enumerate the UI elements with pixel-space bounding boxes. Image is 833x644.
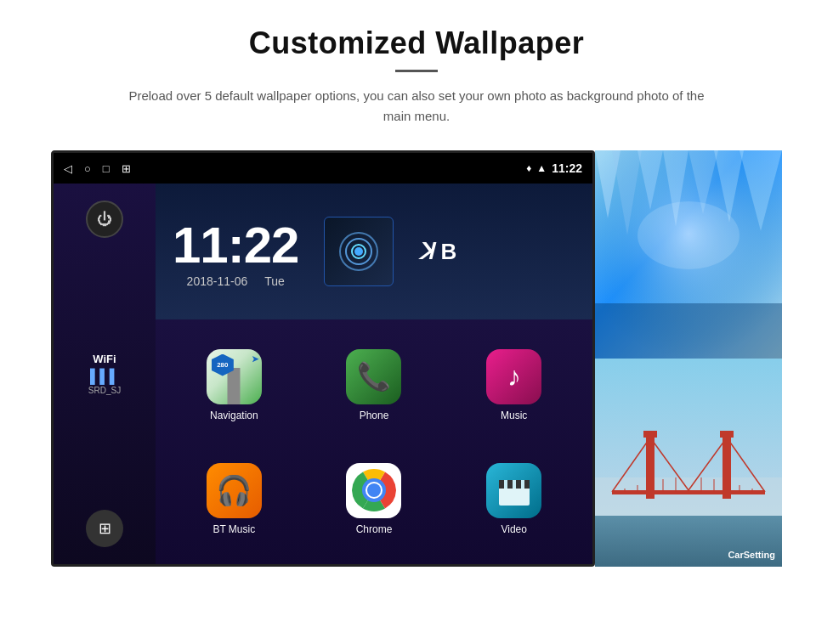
svg-rect-26	[722, 435, 731, 499]
svg-point-20	[638, 201, 740, 269]
apps-grid-button[interactable]: ⊞	[86, 510, 123, 547]
signal-rings	[337, 230, 380, 273]
ice-svg	[595, 150, 782, 359]
screen-content: 11:22 2018-11-06 Tue	[156, 184, 592, 564]
clock-section: 11:22 2018-11-06 Tue	[156, 184, 592, 319]
clock-day-value: Tue	[264, 274, 285, 288]
video-label: Video	[501, 523, 526, 535]
svg-rect-9	[524, 480, 530, 489]
page-subtitle: Preload over 5 default wallpaper options…	[128, 86, 706, 127]
app-navigation[interactable]: 280 ➤ Navigation	[164, 328, 304, 442]
svg-rect-27	[643, 431, 657, 438]
status-bar: ◁ ○ □ ⊞ ♦ ▲ 11:22	[54, 153, 592, 184]
status-bar-left: ◁ ○ □ ⊞	[64, 162, 131, 175]
clock-datetime: 11:22 2018-11-06 Tue	[173, 216, 298, 288]
app-icons-area: 280 ➤ Navigation 📞 Phone	[156, 319, 592, 564]
app-music[interactable]: ♪ Music	[444, 328, 584, 442]
page-title: Customized Wallpaper	[249, 25, 585, 61]
music-icon: ♪	[486, 349, 541, 404]
wallpaper-thumbnails: CarSetting	[595, 150, 782, 567]
android-screen: ◁ ○ □ ⊞ ♦ ▲ 11:22 ⏻	[51, 150, 595, 567]
grid-icon: ⊞	[99, 519, 111, 538]
bt-glyph: 🎧	[216, 473, 252, 507]
screenshot-icon[interactable]: ⊞	[122, 162, 131, 175]
wifi-label: WiFi	[88, 353, 121, 365]
music-glyph: ♪	[507, 361, 521, 393]
wallpaper-bridge: CarSetting	[595, 359, 782, 567]
main-area: ⏻ WiFi ▌▌▌ SRD_SJ ⊞	[54, 184, 592, 564]
phone-icon: 📞	[346, 349, 401, 404]
status-time: 11:22	[552, 161, 582, 175]
wallpaper-ice	[595, 150, 782, 359]
clock-date-value: 2018-11-06	[187, 274, 248, 288]
wifi-ssid: SRD_SJ	[88, 386, 121, 395]
app-phone[interactable]: 📞 Phone	[304, 328, 445, 442]
app-chrome[interactable]: Chrome	[304, 442, 445, 556]
btmusic-icon: 🎧	[207, 463, 262, 518]
status-bar-right: ♦ ▲ 11:22	[526, 161, 582, 175]
carsetting-label: CarSetting	[728, 550, 775, 560]
wifi-info: WiFi ▌▌▌ SRD_SJ	[88, 353, 121, 395]
bridge-svg	[595, 359, 782, 567]
home-icon[interactable]: ○	[84, 162, 91, 175]
btmusic-label: BT Music	[212, 523, 255, 535]
phone-label: Phone	[360, 410, 389, 421]
svg-rect-24	[612, 490, 765, 494]
back-icon[interactable]: ◁	[64, 162, 72, 175]
title-divider	[395, 70, 438, 72]
svg-rect-8	[516, 480, 521, 489]
music-k-icon: ꓘ	[419, 239, 434, 265]
content-area: ◁ ○ □ ⊞ ♦ ▲ 11:22 ⏻	[51, 150, 782, 567]
chrome-svg	[352, 468, 396, 512]
navigation-icon: 280 ➤	[207, 349, 262, 404]
clock-extras: ꓘ B	[419, 239, 456, 265]
music-b-icon: B	[440, 239, 456, 265]
nav-number: 280	[217, 361, 228, 369]
wallpaper-bridge-thumb[interactable]: CarSetting	[595, 359, 782, 567]
svg-rect-7	[507, 480, 513, 489]
phone-glyph: 📞	[357, 360, 391, 393]
app-btmusic[interactable]: 🎧 BT Music	[164, 442, 304, 556]
wallpaper-ice-thumb[interactable]	[595, 150, 782, 359]
page-container: Customized Wallpaper Preload over 5 defa…	[0, 0, 833, 644]
svg-rect-19	[595, 303, 782, 359]
location-icon: ♦	[526, 162, 531, 174]
svg-rect-25	[646, 435, 654, 499]
nav-road	[228, 368, 241, 404]
svg-rect-28	[720, 431, 734, 438]
wifi-signal-icon: ▌▌▌	[88, 369, 121, 384]
svg-rect-6	[499, 480, 504, 489]
chrome-label: Chrome	[356, 523, 393, 535]
clock-date-row: 2018-11-06 Tue	[187, 274, 285, 288]
left-sidebar: ⏻ WiFi ▌▌▌ SRD_SJ ⊞	[54, 184, 156, 564]
svg-point-3	[367, 483, 381, 497]
clock-time: 11:22	[173, 216, 298, 274]
recents-icon[interactable]: □	[103, 162, 110, 175]
navigation-label: Navigation	[210, 410, 258, 421]
video-clapper-svg	[496, 473, 533, 507]
music-label: Music	[501, 410, 527, 421]
nav-arrow-icon: ➤	[252, 354, 258, 364]
signal-widget[interactable]	[324, 217, 394, 286]
app-video[interactable]: Video	[444, 442, 584, 556]
wifi-icon: ▲	[536, 162, 547, 174]
chrome-icon	[346, 463, 401, 518]
power-button[interactable]: ⏻	[86, 201, 123, 238]
power-icon: ⏻	[97, 211, 112, 229]
video-icon	[486, 463, 541, 518]
